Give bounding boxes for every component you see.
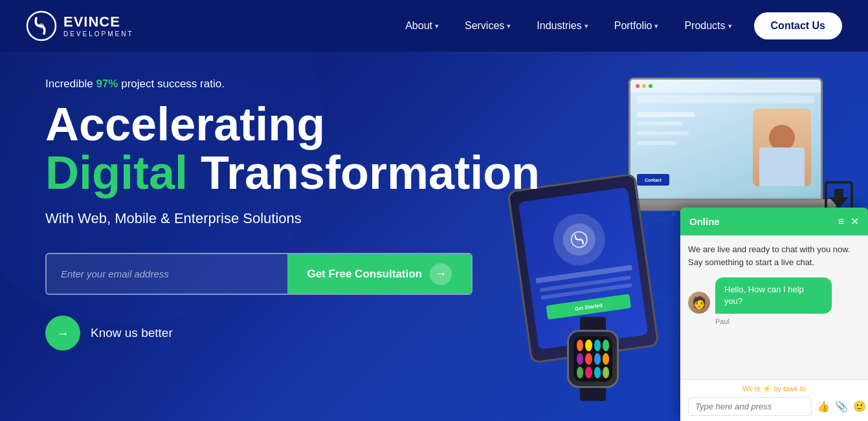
chat-header-actions: ≡ ✕	[838, 215, 859, 228]
chat-message-row: 🧑 Hello, How can I help you?	[688, 277, 860, 314]
know-more-label: Know us better	[91, 326, 173, 340]
know-more-link[interactable]: → Know us better	[45, 316, 540, 351]
brand-name: EVINCE	[63, 14, 134, 30]
navbar: EVINCE DEVELOPMENT About ▾ Services ▾ In…	[0, 0, 868, 52]
chevron-icon: ▾	[584, 22, 588, 30]
brand-subtitle: DEVELOPMENT	[63, 30, 134, 38]
logo[interactable]: EVINCE DEVELOPMENT	[26, 10, 134, 41]
email-input[interactable]	[47, 254, 287, 294]
chat-emoji-button[interactable]: 🙂	[853, 400, 866, 413]
nav-item-portfolio[interactable]: Portfolio ▾	[604, 15, 669, 37]
nav-item-about[interactable]: About ▾	[395, 15, 449, 37]
chat-input-row: 👍 📎 🙂	[688, 397, 860, 416]
watch-device	[557, 317, 629, 401]
cta-arrow-icon: →	[430, 263, 452, 285]
hero-title-line1: Accelerating	[45, 101, 540, 147]
agent-avatar: 🧑	[688, 292, 710, 314]
logo-text: EVINCE DEVELOPMENT	[63, 14, 134, 37]
chat-like-button[interactable]: 👍	[817, 400, 830, 413]
tagline-highlight: 97%	[96, 78, 118, 90]
agent-name: Paul	[715, 318, 860, 325]
chat-powered-by: We're ⚡ by tawk.to	[688, 385, 860, 393]
chat-status: Online	[689, 216, 720, 227]
svg-marker-17	[829, 189, 849, 208]
nav-item-services[interactable]: Services ▾	[454, 15, 521, 37]
cta-button[interactable]: Get Free Consultation →	[287, 254, 471, 294]
know-more-arrow-icon: →	[45, 316, 80, 351]
chat-text-input[interactable]	[688, 397, 812, 416]
chevron-icon: ▾	[507, 22, 511, 30]
hero-title-transformation: Transformation	[188, 147, 540, 199]
chat-close-button[interactable]: ✕	[851, 215, 859, 228]
hero-content: Incredible 97% project success ratio. Ac…	[45, 78, 540, 351]
logo-icon	[26, 10, 57, 41]
chat-widget: Online ≡ ✕ We are live and ready to chat…	[680, 208, 868, 421]
hero-subtitle: With Web, Mobile & Enterprise Solutions	[45, 210, 540, 227]
hero-title-line2: Digital Transformation	[45, 147, 540, 199]
hero-title-digital: Digital	[45, 147, 188, 199]
chat-header: Online ≡ ✕	[680, 208, 868, 235]
hero-tagline: Incredible 97% project success ratio.	[45, 78, 540, 91]
nav-links: About ▾ Services ▾ Industries ▾ Portfoli…	[395, 12, 842, 39]
nav-item-products[interactable]: Products ▾	[674, 15, 742, 37]
chat-menu-button[interactable]: ≡	[838, 216, 844, 228]
chevron-icon: ▾	[654, 22, 658, 30]
chat-body: We are live and ready to chat with you n…	[680, 235, 868, 379]
hero-email-form: Get Free Consultation →	[45, 253, 473, 295]
svg-point-19	[39, 23, 44, 28]
chat-footer: We're ⚡ by tawk.to 👍 📎 🙂	[680, 379, 868, 421]
chat-input-actions: 👍 📎 🙂	[817, 400, 866, 413]
chat-bubble: Hello, How can I help you?	[715, 277, 832, 314]
chat-intro: We are live and ready to chat with you n…	[688, 243, 860, 268]
contact-us-button[interactable]: Contact Us	[754, 12, 842, 39]
nav-item-industries[interactable]: Industries ▾	[526, 15, 598, 37]
chevron-icon: ▾	[435, 22, 439, 30]
chevron-icon: ▾	[728, 22, 732, 30]
chat-attach-button[interactable]: 📎	[835, 400, 848, 413]
